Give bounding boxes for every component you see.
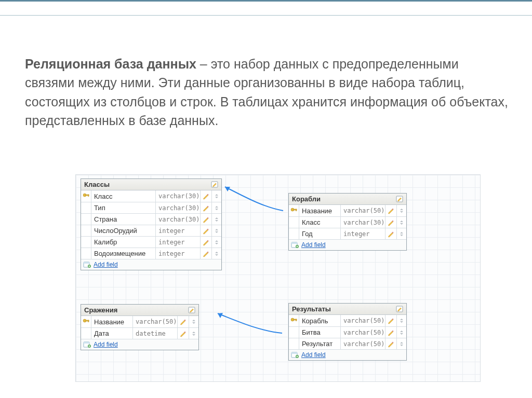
add-field-link[interactable]: Add field	[94, 341, 118, 348]
field-name: Год	[299, 228, 341, 239]
reorder-field-icon[interactable]	[397, 205, 406, 216]
primary-key-cell	[289, 315, 299, 326]
field-type: integer	[156, 237, 201, 248]
table-row[interactable]: Годinteger	[289, 228, 406, 239]
add-field-icon	[291, 241, 299, 249]
db-table-results[interactable]: РезультатыКорабльvarchar(50)Битваvarchar…	[288, 303, 407, 361]
db-table-ships[interactable]: КораблиНазваниеvarchar(50)Классvarchar(3…	[288, 193, 407, 251]
primary-key-cell	[289, 327, 299, 338]
table-body: Корабльvarchar(50)Битваvarchar(50)Резуль…	[289, 315, 406, 349]
field-name: Калибр	[91, 237, 156, 248]
edit-field-icon[interactable]	[178, 328, 189, 339]
add-field-link[interactable]: Add field	[301, 351, 326, 359]
primary-key-cell	[81, 202, 91, 213]
page-top-rule	[0, 0, 532, 16]
reorder-field-icon[interactable]	[397, 338, 406, 349]
edit-field-icon[interactable]	[385, 338, 397, 349]
edit-field-icon[interactable]	[385, 217, 397, 228]
edit-table-icon[interactable]	[396, 306, 404, 313]
table-row[interactable]: Битваvarchar(50)	[289, 326, 406, 338]
edit-field-icon[interactable]	[385, 228, 397, 239]
add-field-row[interactable]: Add field	[289, 349, 406, 360]
reorder-field-icon[interactable]	[397, 217, 406, 228]
table-row[interactable]: Типvarchar(30)	[81, 202, 221, 213]
primary-key-cell	[81, 214, 91, 225]
edit-field-icon[interactable]	[201, 248, 212, 259]
table-body: Классvarchar(30)Типvarchar(30)Странаvarc…	[81, 190, 221, 259]
svg-rect-30	[84, 342, 89, 344]
table-row[interactable]: Калибрinteger	[81, 236, 221, 248]
svg-rect-26	[88, 320, 89, 322]
field-name: Корабль	[299, 315, 341, 326]
table-row[interactable]: ЧислоОрудийinteger	[81, 225, 221, 236]
db-table-classes[interactable]: КлассыКлассvarchar(30)Типvarchar(30)Стра…	[81, 179, 222, 270]
table-row[interactable]: Корабльvarchar(50)	[289, 315, 406, 326]
edit-field-icon[interactable]	[201, 225, 212, 236]
table-title-bar[interactable]: Сражения	[81, 305, 198, 316]
field-type: varchar(30)	[341, 217, 385, 228]
edit-field-icon[interactable]	[385, 205, 397, 216]
primary-key-cell	[81, 225, 91, 236]
svg-rect-35	[296, 319, 297, 321]
edit-field-icon[interactable]	[385, 315, 397, 326]
edit-table-icon[interactable]	[211, 181, 219, 188]
field-type: varchar(50)	[133, 316, 178, 327]
primary-key-cell	[81, 316, 91, 327]
add-field-row[interactable]: Add field	[81, 259, 221, 270]
primary-key-cell	[81, 190, 91, 202]
field-name: Класс	[299, 217, 341, 228]
svg-rect-21	[291, 242, 297, 244]
reorder-field-icon[interactable]	[212, 190, 221, 202]
add-field-row[interactable]: Add field	[289, 239, 406, 250]
reorder-field-icon[interactable]	[397, 327, 406, 338]
svg-rect-3	[88, 195, 89, 196]
add-field-row[interactable]: Add field	[81, 339, 198, 350]
field-type: varchar(50)	[341, 327, 385, 338]
field-name: Битва	[299, 327, 341, 338]
table-row[interactable]: Результатvarchar(50)	[289, 338, 406, 349]
table-title-bar[interactable]: Классы	[81, 179, 221, 190]
table-title: Результаты	[292, 305, 396, 313]
field-name: Тип	[91, 202, 156, 213]
reorder-field-icon[interactable]	[189, 316, 198, 327]
edit-table-icon[interactable]	[188, 307, 196, 314]
definition-paragraph: Реляционная база данных – это набор данн…	[25, 54, 511, 130]
edit-field-icon[interactable]	[385, 327, 397, 338]
table-title: Корабли	[292, 195, 396, 203]
reorder-field-icon[interactable]	[212, 248, 221, 259]
edit-field-icon[interactable]	[201, 214, 212, 225]
reorder-field-icon[interactable]	[189, 328, 198, 339]
field-type: integer	[156, 225, 201, 236]
primary-key-cell	[289, 228, 299, 239]
reorder-field-icon[interactable]	[212, 202, 221, 213]
add-field-link[interactable]: Add field	[94, 261, 118, 268]
reorder-field-icon[interactable]	[397, 315, 406, 326]
table-title-bar[interactable]: Результаты	[289, 304, 406, 315]
table-row[interactable]: Водоизмещениеinteger	[81, 248, 221, 259]
table-row[interactable]: Названиеvarchar(50)	[81, 316, 198, 327]
table-row[interactable]: Классvarchar(30)	[81, 190, 221, 202]
reorder-field-icon[interactable]	[212, 237, 221, 248]
field-name: Результат	[299, 338, 341, 349]
edit-field-icon[interactable]	[178, 316, 189, 327]
svg-rect-11	[84, 262, 89, 264]
db-table-battles[interactable]: СраженияНазваниеvarchar(50)ДатаdatetimeA…	[81, 304, 199, 350]
table-row[interactable]: Названиеvarchar(50)	[289, 205, 406, 216]
reorder-field-icon[interactable]	[212, 214, 221, 225]
edit-field-icon[interactable]	[201, 190, 212, 202]
table-row[interactable]: Датаdatetime	[81, 327, 198, 339]
edit-table-icon[interactable]	[396, 196, 404, 203]
table-row[interactable]: Классvarchar(30)	[289, 216, 406, 228]
edit-field-icon[interactable]	[201, 202, 212, 213]
add-field-link[interactable]: Add field	[301, 241, 326, 249]
reorder-field-icon[interactable]	[212, 225, 221, 236]
edit-field-icon[interactable]	[201, 237, 212, 248]
table-title-bar[interactable]: Корабли	[289, 194, 406, 205]
field-name: Название	[91, 316, 133, 327]
primary-key-cell	[289, 217, 299, 228]
field-type: varchar(30)	[156, 214, 201, 225]
table-row[interactable]: Странаvarchar(30)	[81, 213, 221, 225]
reorder-field-icon[interactable]	[397, 228, 406, 239]
field-name: Класс	[91, 190, 156, 202]
table-title: Классы	[84, 181, 211, 188]
